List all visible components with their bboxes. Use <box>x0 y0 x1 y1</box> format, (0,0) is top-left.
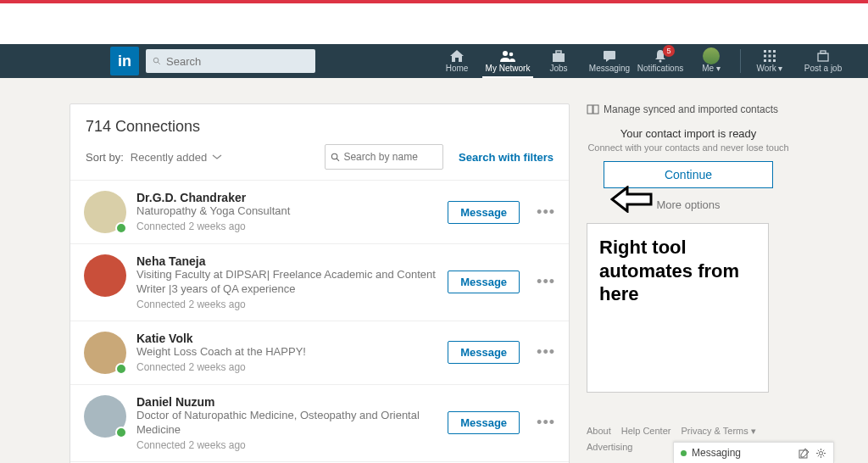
nav-search[interactable] <box>146 49 315 73</box>
svg-point-3 <box>509 52 514 56</box>
import-subtitle: Connect with your contacts and never los… <box>587 142 790 153</box>
svg-point-19 <box>331 153 337 159</box>
messaging-dock[interactable]: Messaging <box>673 442 834 463</box>
connection-row: Daniel Nuzum Doctor of Naturopathic Medi… <box>70 384 569 461</box>
nav-separator <box>740 49 741 73</box>
briefcase-icon <box>550 48 567 64</box>
connection-info: Dr.G.D. Chandraker Naturopathy & Yoga Co… <box>136 191 437 232</box>
svg-point-2 <box>503 51 508 56</box>
svg-rect-9 <box>769 50 771 53</box>
nav-home[interactable]: Home <box>431 44 482 78</box>
svg-rect-15 <box>769 59 771 62</box>
manage-contacts-link[interactable]: Manage synced and imported contacts <box>587 103 790 115</box>
svg-rect-21 <box>587 105 593 114</box>
gear-icon[interactable] <box>815 447 826 459</box>
nav-label: Work ▾ <box>757 64 783 73</box>
connection-name[interactable]: Neha Taneja <box>136 254 437 268</box>
connection-name[interactable]: Dr.G.D. Chandraker <box>136 191 437 204</box>
sort-dropdown[interactable]: Recently added <box>131 151 222 164</box>
svg-rect-22 <box>593 105 598 114</box>
svg-rect-10 <box>773 50 776 53</box>
svg-rect-18 <box>821 51 826 53</box>
search-name-input[interactable] <box>343 151 437 163</box>
more-actions-icon[interactable]: ••• <box>537 414 555 432</box>
svg-point-24 <box>819 451 822 455</box>
footer-about[interactable]: About <box>587 426 611 437</box>
search-filters-link[interactable]: Search with filters <box>459 151 554 164</box>
connections-list: Dr.G.D. Chandraker Naturopathy & Yoga Co… <box>70 180 569 463</box>
nav-post-job[interactable]: Post a job <box>795 44 851 78</box>
nav-items: Home My Network Jobs Messaging 5 Notific… <box>431 44 851 78</box>
right-sidebar: Manage synced and imported contacts Your… <box>587 103 790 463</box>
connection-info: Daniel Nuzum Doctor of Naturopathic Medi… <box>136 395 437 451</box>
browser-chrome-gap <box>0 0 868 44</box>
connection-subtitle: Weight Loss Coach at the HAPPY! <box>136 345 437 360</box>
nav-my-network[interactable]: My Network <box>482 44 533 78</box>
chevron-down-icon <box>212 153 222 160</box>
more-actions-icon[interactable]: ••• <box>537 204 555 221</box>
connection-row: Katie Volk Weight Loss Coach at the HAPP… <box>70 321 569 384</box>
svg-rect-17 <box>818 53 828 61</box>
connection-name[interactable]: Katie Volk <box>136 332 437 345</box>
search-icon <box>153 55 161 67</box>
notification-badge: 5 <box>663 45 675 57</box>
connections-title: 714 Connections <box>70 118 569 144</box>
nav-label: Home <box>446 64 469 73</box>
svg-rect-6 <box>604 51 615 59</box>
search-by-name[interactable] <box>325 144 443 170</box>
footer-help[interactable]: Help Center <box>621 426 671 437</box>
svg-rect-12 <box>769 54 771 57</box>
footer-links: About Help Center Privacy & Terms ▾ <box>587 426 790 437</box>
nav-label: Post a job <box>804 64 842 73</box>
connection-subtitle: Doctor of Naturopathic Medicine, Osteopa… <box>136 409 437 438</box>
message-button[interactable]: Message <box>448 201 520 224</box>
nav-messaging[interactable]: Messaging <box>584 44 635 78</box>
svg-rect-16 <box>773 59 776 62</box>
main-navbar: in Home My Network Jobs Messaging 5 Noti… <box>0 44 868 78</box>
svg-line-20 <box>337 158 339 160</box>
nav-notifications[interactable]: 5 Notifications <box>635 44 686 78</box>
presence-indicator <box>115 222 127 234</box>
search-icon <box>331 152 340 163</box>
sort-value-text: Recently added <box>131 151 207 164</box>
connections-card: 714 Connections Sort by: Recently added … <box>70 103 570 463</box>
home-icon <box>448 48 465 64</box>
svg-rect-14 <box>764 59 766 62</box>
connection-name[interactable]: Daniel Nuzum <box>136 395 437 409</box>
nav-label: Me ▾ <box>702 64 721 73</box>
nav-label: Notifications <box>637 64 683 73</box>
svg-rect-8 <box>764 50 766 53</box>
connection-avatar[interactable] <box>84 254 126 297</box>
connection-avatar[interactable] <box>84 332 126 374</box>
more-actions-icon[interactable]: ••• <box>537 343 555 361</box>
more-actions-icon[interactable]: ••• <box>537 273 555 291</box>
import-title: Your contact import is ready <box>587 127 790 140</box>
connection-avatar[interactable] <box>84 191 126 233</box>
nav-label: Messaging <box>589 64 630 73</box>
continue-button[interactable]: Continue <box>604 161 773 188</box>
connection-avatar[interactable] <box>84 395 126 438</box>
nav-jobs[interactable]: Jobs <box>533 44 584 78</box>
nav-search-input[interactable] <box>166 55 309 68</box>
svg-rect-5 <box>556 51 561 53</box>
message-button[interactable]: Message <box>448 341 520 364</box>
messaging-dock-label: Messaging <box>692 447 793 459</box>
nav-me[interactable]: Me ▾ <box>686 44 737 78</box>
footer-privacy[interactable]: Privacy & Terms ▾ <box>681 426 755 437</box>
nav-work[interactable]: Work ▾ <box>744 44 795 78</box>
message-button[interactable]: Message <box>448 271 520 293</box>
post-job-icon <box>815 48 832 64</box>
connection-info: Neha Taneja Visiting Faculty at DIPSAR| … <box>136 254 437 310</box>
message-button[interactable]: Message <box>448 411 520 434</box>
connection-time: Connected 2 weeks ago <box>136 220 437 232</box>
linkedin-logo[interactable]: in <box>110 47 139 75</box>
connection-subtitle: Naturopathy & Yoga Consultant <box>136 204 437 219</box>
presence-indicator <box>115 363 127 375</box>
presence-indicator <box>115 427 127 438</box>
svg-rect-4 <box>553 53 565 62</box>
connection-row: Neha Taneja Visiting Faculty at DIPSAR| … <box>70 243 569 321</box>
book-icon <box>587 104 599 114</box>
messaging-icon <box>601 48 618 64</box>
annotation-text: Right tool automates from here <box>599 236 756 306</box>
compose-icon[interactable] <box>798 447 810 459</box>
